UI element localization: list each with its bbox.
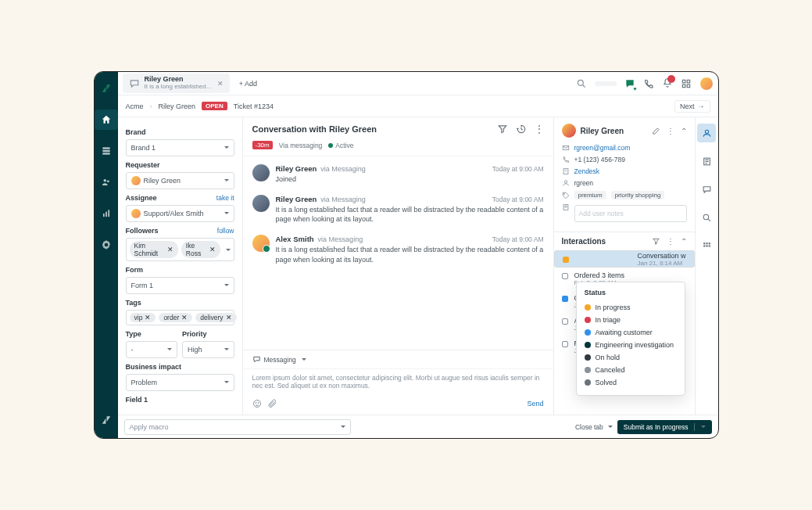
type-select[interactable]: - (126, 341, 178, 358)
message: Riley Greenvia MessagingToday at 9:00 AM… (252, 164, 544, 184)
status-option[interactable]: On hold (585, 351, 677, 364)
svg-rect-7 (108, 210, 109, 217)
phone-icon[interactable] (643, 78, 654, 89)
context-chat-icon[interactable] (697, 180, 716, 199)
context-kb-icon[interactable] (697, 152, 716, 171)
tab-ticket[interactable]: Riley Green It is a long established… ✕ (123, 74, 230, 93)
history-icon[interactable] (516, 124, 527, 135)
crumb-requester[interactable]: Riley Green (159, 102, 196, 110)
status-open-badge: OPEN (202, 102, 227, 110)
svg-point-19 (564, 181, 567, 183)
edit-icon[interactable] (652, 127, 660, 135)
channel-select[interactable]: Messaging (243, 350, 553, 369)
context-user-icon[interactable] (697, 124, 716, 142)
status-option[interactable]: Solved (585, 376, 677, 389)
composer-body[interactable]: Lorem ipsum dolor sit amet, consectetur … (243, 369, 553, 396)
status-option[interactable]: Canceled (585, 364, 677, 376)
crumb-ticket: Ticket #1234 (234, 102, 274, 110)
ticket-fields-panel: Brand Brand 1 Requester Riley Green Assi… (118, 117, 243, 415)
svg-rect-27 (706, 242, 707, 244)
requester-avatar (562, 124, 576, 138)
conversations-dropdown[interactable] (595, 81, 617, 86)
svg-rect-18 (563, 169, 568, 174)
priority-select[interactable]: High (182, 341, 234, 358)
form-select[interactable]: Form 1 (126, 277, 234, 294)
svg-point-8 (578, 80, 583, 85)
profile-avatar[interactable] (699, 77, 714, 91)
submit-button[interactable]: Submit as In progress (617, 420, 712, 434)
more-icon[interactable]: ⋮ (667, 127, 674, 135)
nav-admin[interactable] (95, 235, 118, 255)
app-window: Riley Green It is a long established… ✕ … (94, 71, 719, 439)
tag-icon (562, 192, 570, 199)
filter-icon[interactable] (652, 237, 660, 246)
more-icon[interactable]: ⋮ (535, 124, 544, 135)
brand-select[interactable]: Brand 1 (126, 139, 234, 156)
status-option[interactable]: Awaiting customer (585, 326, 677, 339)
context-rail (695, 117, 718, 415)
collapse-icon[interactable]: ⌃ (681, 127, 687, 135)
apps-icon[interactable] (681, 78, 692, 89)
chat-status-icon[interactable] (624, 78, 635, 89)
follower-chip: Kim Schmidt✕ (130, 241, 178, 258)
nav-customers[interactable] (95, 172, 118, 192)
svg-point-16 (258, 403, 259, 404)
breadcrumb-bar: Acme › Riley Green OPEN Ticket #1234 Nex… (118, 95, 718, 117)
submit-dropdown[interactable] (694, 423, 706, 431)
status-dot (585, 329, 591, 336)
chat-icon (129, 78, 140, 89)
svg-rect-29 (703, 245, 705, 246)
collapse-icon[interactable]: ⌃ (681, 237, 687, 246)
status-dot (585, 342, 591, 348)
apply-macro-select[interactable]: Apply macro (124, 419, 351, 435)
more-icon[interactable]: ⋮ (667, 237, 674, 246)
send-button[interactable]: Send (527, 400, 543, 408)
context-apps-icon[interactable] (697, 236, 716, 255)
status-option[interactable]: Engineering investigation (585, 339, 677, 351)
search-icon[interactable] (576, 78, 587, 89)
close-tab-button[interactable]: Close tab (575, 423, 613, 431)
email-link[interactable]: rgreen@gmail.com (574, 144, 631, 152)
svg-rect-5 (102, 214, 104, 217)
filter-icon[interactable] (497, 124, 508, 135)
nav-reports[interactable] (95, 203, 118, 224)
svg-point-22 (705, 130, 708, 133)
business-impact-select[interactable]: Problem (126, 374, 234, 391)
nav-home[interactable] (95, 110, 118, 130)
type-label: Type (126, 330, 178, 338)
tab-close-icon[interactable]: ✕ (217, 80, 224, 88)
business-impact-label: Business impact (126, 363, 234, 371)
svg-point-20 (563, 193, 564, 194)
crumb-account[interactable]: Acme (126, 102, 144, 110)
nav-views[interactable] (95, 141, 118, 161)
message-avatar (252, 235, 270, 252)
mail-icon (562, 144, 570, 152)
requester-select[interactable]: Riley Green (126, 172, 234, 189)
status-option[interactable]: In progress (585, 301, 677, 314)
attach-icon[interactable] (268, 399, 277, 408)
status-menu[interactable]: Status In progressIn triageAwaiting cust… (576, 282, 685, 396)
next-ticket-button[interactable]: Next→ (674, 100, 710, 113)
svg-point-4 (106, 180, 109, 182)
status-square (562, 341, 568, 347)
svg-rect-2 (102, 153, 109, 154)
status-option[interactable]: In triage (585, 314, 677, 326)
status-dot (585, 379, 591, 386)
take-it-link[interactable]: take it (216, 194, 234, 202)
notes-input[interactable]: Add user notes (574, 205, 687, 222)
context-search-icon[interactable] (697, 208, 716, 227)
tags-field[interactable]: vip✕ order✕ delivery✕ (126, 310, 234, 325)
follow-link[interactable]: follow (217, 227, 234, 235)
nav-zendesk-icon[interactable] (95, 410, 118, 430)
org-link[interactable]: Zendesk (574, 167, 600, 175)
add-tab-button[interactable]: + Add (234, 80, 257, 88)
emoji-icon[interactable] (252, 399, 262, 408)
svg-rect-12 (682, 84, 685, 88)
interaction-item[interactable]: Conversation wJan 21, 8:14 AM (554, 250, 695, 268)
field1-label: Field 1 (126, 396, 234, 404)
wait-badge: -30m (252, 141, 273, 149)
nav-rail (95, 72, 118, 438)
assignee-select[interactable]: Support/Alex Smith (126, 205, 234, 222)
notifications-icon[interactable] (662, 77, 673, 90)
followers-field[interactable]: Kim Schmidt✕ Ike Ross✕ (126, 238, 234, 261)
